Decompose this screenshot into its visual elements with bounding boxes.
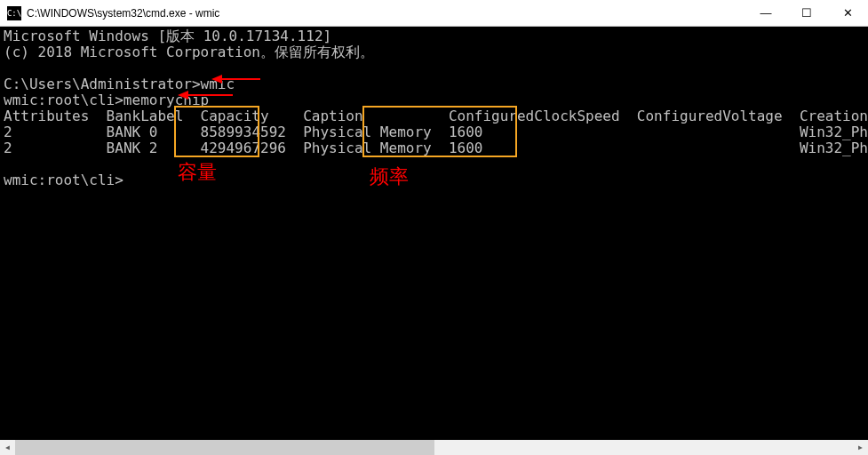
cmd-icon: C:\ <box>7 6 21 20</box>
prompt-path: wmic:root\cli> <box>4 92 123 108</box>
table-header: Attributes BankLabel Capacity Caption Co… <box>4 108 868 124</box>
window-controls: — ☐ ✕ <box>745 0 868 26</box>
horizontal-scrollbar[interactable]: ◀ ▶ <box>0 440 868 455</box>
minimize-button[interactable]: — <box>745 0 786 26</box>
scroll-right-button[interactable]: ▶ <box>853 440 868 455</box>
scrollbar-thumb[interactable] <box>15 440 434 455</box>
scrollbar-track[interactable] <box>15 440 853 455</box>
prompt-path: wmic:root\cli> <box>4 172 123 188</box>
command-entered: memorychip <box>123 92 209 108</box>
command-entered: wmic <box>201 76 235 92</box>
prompt-path: C:\Users\Administrator> <box>4 76 201 92</box>
capacity-annotation-label: 容量 <box>178 164 217 180</box>
terminal-content[interactable]: Microsoft Windows [版本 10.0.17134.112] (c… <box>0 27 868 440</box>
scroll-left-button[interactable]: ◀ <box>0 440 15 455</box>
window-titlebar[interactable]: C:\ C:\WINDOWS\system32\cmd.exe - wmic —… <box>0 0 868 27</box>
maximize-button[interactable]: ☐ <box>786 0 827 26</box>
terminal-line: Microsoft Windows [版本 10.0.17134.112] <box>4 28 331 44</box>
frequency-annotation-label: 频率 <box>370 169 409 185</box>
close-button[interactable]: ✕ <box>827 0 868 26</box>
terminal-line: (c) 2018 Microsoft Corporation。保留所有权利。 <box>4 44 374 60</box>
table-row: 2 BANK 2 4294967296 Physical Memory 1600… <box>4 140 868 156</box>
table-row: 2 BANK 0 8589934592 Physical Memory 1600… <box>4 124 868 140</box>
window-title: C:\WINDOWS\system32\cmd.exe - wmic <box>27 7 745 20</box>
